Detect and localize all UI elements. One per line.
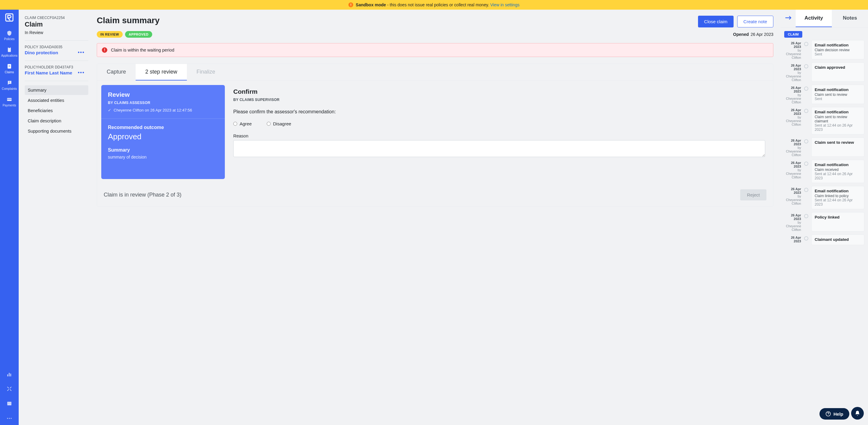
activity-panel: Activity Notes CLAIM 26 Apr 2023 by Chey… (781, 10, 868, 425)
activity-item[interactable]: 26 Apr 2023 by Cheyenne Clifton Email no… (784, 186, 864, 209)
check-icon: ✓ (108, 108, 111, 113)
claim-id-label: CLAIM C8ECCF0A2254 (25, 16, 88, 20)
review-panel: Review BY CLAIMS ASSESSOR ✓ Cheyenne Cli… (101, 85, 225, 179)
review-signer: ✓ Cheyenne Clifton on 26 Apr 2023 at 12:… (108, 108, 218, 113)
status-badge-approved: APPROVED (125, 31, 152, 38)
rail-analytics-icon[interactable] (6, 368, 12, 382)
activity-item[interactable]: 26 Apr 2023 Claimant updated (784, 235, 864, 245)
review-role: BY CLAIMS ASSESSOR (108, 101, 218, 105)
svg-rect-7 (9, 373, 10, 376)
radio-disagree-label[interactable]: Disagree (267, 121, 291, 126)
confirm-prompt: Please confirm the assessor's recommenda… (233, 109, 765, 115)
radio-agree[interactable] (233, 122, 237, 126)
policyholder-menu-icon[interactable]: ••• (78, 70, 85, 75)
phase-text: Claim is in review (Phase 2 of 3) (104, 192, 181, 198)
timeline-dot (804, 64, 808, 68)
policy-id-label: POLICY 3DAADA0035 (25, 45, 88, 49)
recommended-outcome-label: Recommended outcome (108, 125, 218, 130)
policy-menu-icon[interactable]: ••• (78, 50, 85, 55)
rail-item-policies[interactable]: Policies (0, 27, 19, 44)
timeline-dot (804, 87, 808, 91)
sidebar: CLAIM C8ECCF0A2254 Claim In Review POLIC… (19, 10, 90, 425)
sidebar-nav-item[interactable]: Summary (25, 85, 88, 95)
timeline-dot (804, 188, 808, 192)
timeline-dot (804, 236, 808, 241)
close-claim-button[interactable]: Close claim (698, 16, 734, 27)
activity-item[interactable]: 26 Apr 2023 by Cheyenne Clifton Email no… (784, 85, 864, 104)
rail-tools-icon[interactable] (6, 382, 12, 397)
rail-more-icon[interactable]: ⋯ (7, 411, 12, 425)
status-badge-review: IN REVIEW (97, 31, 123, 38)
sidebar-nav-item[interactable]: Beneficiaries (25, 106, 88, 116)
timeline-dot (804, 214, 808, 218)
rail-item-claims[interactable]: Claims (0, 60, 19, 77)
main-content: Claim summary Close claim Create note IN… (90, 10, 781, 425)
rail-item-applications[interactable]: Applications (0, 44, 19, 60)
tab-capture[interactable]: Capture (97, 64, 135, 81)
create-note-button[interactable]: Create note (737, 16, 773, 27)
summary-label: Summary (108, 147, 218, 153)
policy-link[interactable]: Dino protection (25, 50, 58, 55)
sandbox-text: - this does not issue real policies or c… (386, 2, 490, 7)
sidebar-title: Claim (25, 21, 88, 28)
activity-item[interactable]: 26 Apr 2023 by Cheyenne Clifton Claim ap… (784, 62, 864, 82)
rail-item-complaints[interactable]: Complaints (0, 77, 19, 93)
recommended-outcome-value: Approved (108, 132, 218, 141)
svg-rect-3 (7, 64, 11, 69)
confirm-role: BY CLAIMS SUPERVISOR (233, 98, 765, 102)
brand-logo[interactable] (4, 13, 14, 24)
activity-item[interactable]: 26 Apr 2023 by Cheyenne Clifton Email no… (784, 40, 864, 59)
sidebar-nav-item[interactable]: Associated entities (25, 96, 88, 105)
nav-rail: Policies Applications Claims Complaints … (0, 10, 19, 425)
sandbox-mode-label: Sandbox mode (355, 2, 386, 7)
timeline-dot (804, 139, 808, 144)
radio-disagree[interactable] (267, 122, 271, 126)
radio-agree-label[interactable]: Agree (233, 121, 252, 126)
svg-rect-8 (10, 374, 11, 376)
claim-status: In Review (25, 30, 88, 35)
rail-building-icon[interactable] (6, 397, 12, 411)
rail-item-payments[interactable]: Payments (0, 93, 19, 110)
tab-notes[interactable]: Notes (832, 10, 868, 27)
reject-button: Reject (740, 189, 767, 201)
svg-rect-5 (7, 99, 12, 99)
reason-textarea[interactable] (233, 140, 765, 157)
reason-label: Reason (233, 133, 765, 138)
waiting-period-alert: ! Claim is within the waiting period (97, 43, 773, 57)
activity-item[interactable]: 26 Apr 2023 by Cheyenne Clifton Policy l… (784, 212, 864, 232)
collapse-activity-icon[interactable] (781, 10, 796, 26)
timeline-dot (804, 42, 808, 46)
page-title: Claim summary (97, 16, 160, 25)
activity-item[interactable]: 26 Apr 2023 by Cheyenne Clifton Claim se… (784, 138, 864, 157)
svg-rect-2 (9, 47, 10, 48)
alert-icon: ! (102, 47, 107, 53)
confirm-panel: Confirm BY CLAIMS SUPERVISOR Please conf… (233, 85, 769, 179)
activity-item[interactable]: 26 Apr 2023 by Cheyenne Clifton Email no… (784, 107, 864, 134)
policyholder-id-label: POLICYHOLDER DD437AF3 (25, 65, 88, 69)
sidebar-nav-item[interactable]: Claim description (25, 116, 88, 126)
timeline-dot (804, 161, 808, 166)
svg-rect-1 (8, 48, 11, 52)
activity-item[interactable]: 26 Apr 2023 by Cheyenne Clifton Email no… (784, 160, 864, 183)
warning-icon: ! (348, 2, 353, 7)
svg-rect-9 (7, 402, 11, 405)
activity-filter-claim[interactable]: CLAIM (784, 31, 802, 38)
timeline-dot (804, 109, 808, 113)
tab-finalize: Finalize (187, 64, 225, 81)
activity-list[interactable]: 26 Apr 2023 by Cheyenne Clifton Email no… (781, 40, 868, 425)
review-card: Capture 2 step review Finalize Review BY… (97, 64, 773, 207)
sidebar-nav-item[interactable]: Supporting documents (25, 126, 88, 136)
svg-rect-6 (7, 374, 8, 376)
confirm-title: Confirm (233, 88, 765, 95)
policyholder-link[interactable]: First Name Last Name (25, 70, 72, 75)
sandbox-banner: ! Sandbox mode - this does not issue rea… (0, 0, 868, 10)
view-settings-link[interactable]: View in settings (490, 2, 520, 7)
tab-activity[interactable]: Activity (796, 10, 832, 27)
summary-text: summary of decision (108, 155, 218, 159)
notifications-button[interactable] (851, 407, 864, 420)
help-button[interactable]: Help (819, 408, 849, 420)
opened-date: Opened26 Apr 2023 (733, 32, 773, 37)
tab-review[interactable]: 2 step review (135, 64, 187, 81)
review-title: Review (108, 91, 218, 98)
sidebar-nav: SummaryAssociated entitiesBeneficiariesC… (25, 85, 88, 136)
